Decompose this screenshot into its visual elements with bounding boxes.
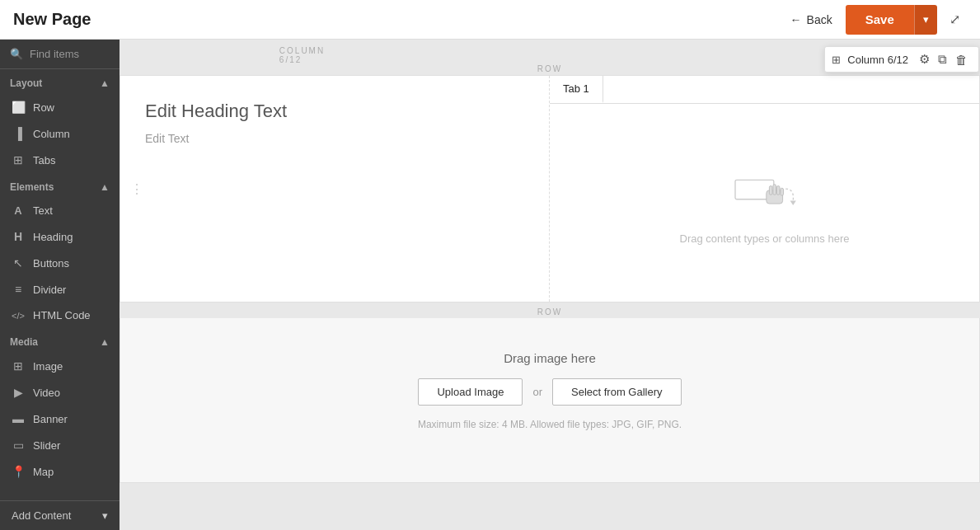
html-icon: </>	[12, 311, 25, 321]
drag-illustration	[728, 161, 802, 221]
image-drag-text: Drag image here	[504, 351, 596, 365]
back-arrow-icon: ←	[790, 13, 802, 26]
heading-editable[interactable]: Edit Heading Text	[145, 101, 524, 122]
divider-icon: ≡	[12, 283, 25, 296]
sidebar-item-banner[interactable]: ▬ Banner	[0, 406, 120, 432]
sidebar-search-container: 🔍	[0, 40, 120, 69]
sidebar: 🔍 Layout ▲ ⬜ Row ▐ Column ⊞ Tabs Element…	[0, 40, 120, 530]
sidebar-item-video[interactable]: ▶ Video	[0, 379, 120, 406]
page-title: New Page	[13, 10, 91, 29]
sidebar-section-layout[interactable]: Layout ▲	[0, 69, 120, 94]
row-inner-1: ⋮ Edit Heading Text Edit Text Tab 1	[120, 76, 979, 302]
image-row: Drag image here Upload Image or Select f…	[120, 318, 980, 483]
elements-collapse-icon: ▲	[100, 181, 110, 193]
video-icon: ▶	[12, 386, 25, 399]
row-icon: ⬜	[12, 101, 25, 114]
sidebar-section-media[interactable]: Media ▲	[0, 328, 120, 353]
column-icon: ▐	[12, 127, 25, 140]
slider-icon: ▭	[12, 439, 25, 452]
add-content-button[interactable]: Add Content ▾	[0, 500, 120, 530]
grid-icon: ⊞	[832, 54, 841, 66]
expand-button[interactable]: ⤢	[943, 5, 967, 34]
layout-collapse-icon: ▲	[100, 77, 110, 89]
sidebar-item-row[interactable]: ⬜ Row	[0, 94, 120, 120]
svg-marker-6	[790, 201, 795, 205]
column-settings-button[interactable]: ⚙	[915, 50, 934, 68]
tabs-icon: ⊞	[12, 153, 25, 167]
sidebar-item-heading[interactable]: H Heading	[0, 223, 120, 250]
banner-icon: ▬	[12, 412, 25, 425]
upload-image-button[interactable]: Upload Image	[418, 378, 523, 406]
search-input[interactable]	[30, 48, 120, 60]
add-content-chevron-icon: ▾	[102, 509, 108, 522]
column-delete-button[interactable]: 🗑	[951, 51, 972, 68]
svg-rect-3	[772, 185, 776, 195]
save-button[interactable]: Save	[846, 5, 914, 35]
main-layout: 🔍 Layout ▲ ⬜ Row ▐ Column ⊞ Tabs Element…	[0, 40, 980, 530]
back-button[interactable]: ← Back	[777, 7, 846, 33]
sidebar-item-divider[interactable]: ≡ Divider	[0, 276, 120, 303]
column-label: COLUMN 6/12	[279, 46, 325, 64]
text-editable[interactable]: Edit Text	[145, 132, 524, 145]
sidebar-item-buttons[interactable]: ↖ Buttons	[0, 250, 120, 276]
sidebar-item-column[interactable]: ▐ Column	[0, 120, 120, 147]
tab-1[interactable]: Tab 1	[550, 76, 603, 103]
sidebar-item-image[interactable]: ⊞ Image	[0, 353, 120, 379]
text-icon: A	[12, 204, 25, 217]
right-drop-zone[interactable]: Drag content types or columns here	[550, 104, 979, 302]
sidebar-section-elements[interactable]: Elements ▲	[0, 173, 120, 198]
or-separator: or	[532, 386, 542, 398]
svg-rect-2	[769, 186, 772, 195]
select-from-gallery-button[interactable]: Select from Gallery	[552, 378, 682, 406]
left-column: ⋮ Edit Heading Text Edit Text	[120, 76, 550, 302]
drag-handle[interactable]: ⋮	[130, 181, 138, 197]
heading-icon: H	[12, 230, 25, 243]
column-duplicate-button[interactable]: ⧉	[934, 50, 951, 68]
expand-icon: ⤢	[950, 12, 960, 26]
content-row-1: COLUMN 6/12 ⊞ Column 6/12 ⚙ ⧉ 🗑 ⋮ Edit H…	[120, 75, 980, 303]
sidebar-item-tabs[interactable]: ⊞ Tabs	[0, 147, 120, 173]
image-drop-zone[interactable]: Drag image here Upload Image or Select f…	[120, 318, 979, 463]
sidebar-item-map[interactable]: 📍 Map	[0, 458, 120, 485]
topbar-actions: ← Back Save ▾ ⤢	[777, 5, 967, 35]
buttons-icon: ↖	[12, 256, 25, 270]
sidebar-item-html-code[interactable]: </> HTML Code	[0, 303, 120, 328]
image-actions: Upload Image or Select from Gallery	[418, 378, 681, 406]
drop-text: Drag content types or columns here	[680, 232, 850, 245]
sidebar-item-text[interactable]: A Text	[0, 198, 120, 223]
search-icon: 🔍	[10, 48, 23, 60]
sidebar-item-slider[interactable]: ▭ Slider	[0, 432, 120, 458]
save-group: Save ▾	[846, 5, 937, 35]
image-icon: ⊞	[12, 359, 25, 373]
canvas-area: ROW COLUMN 6/12 ⊞ Column 6/12 ⚙ ⧉ 🗑 ⋮	[120, 40, 980, 530]
row-label-2: ROW	[120, 303, 980, 318]
svg-rect-4	[776, 186, 780, 195]
column-toolbar: ⊞ Column 6/12 ⚙ ⧉ 🗑	[824, 46, 979, 73]
topbar: New Page ← Back Save ▾ ⤢	[0, 0, 980, 40]
right-column: Tab 1	[550, 76, 979, 302]
media-collapse-icon: ▲	[100, 336, 110, 348]
map-icon: 📍	[12, 465, 25, 478]
save-dropdown-button[interactable]: ▾	[914, 5, 937, 35]
svg-rect-5	[780, 188, 783, 195]
image-meta-text: Maximum file size: 4 MB. Allowed file ty…	[418, 419, 682, 430]
tab-bar: Tab 1	[550, 76, 979, 104]
